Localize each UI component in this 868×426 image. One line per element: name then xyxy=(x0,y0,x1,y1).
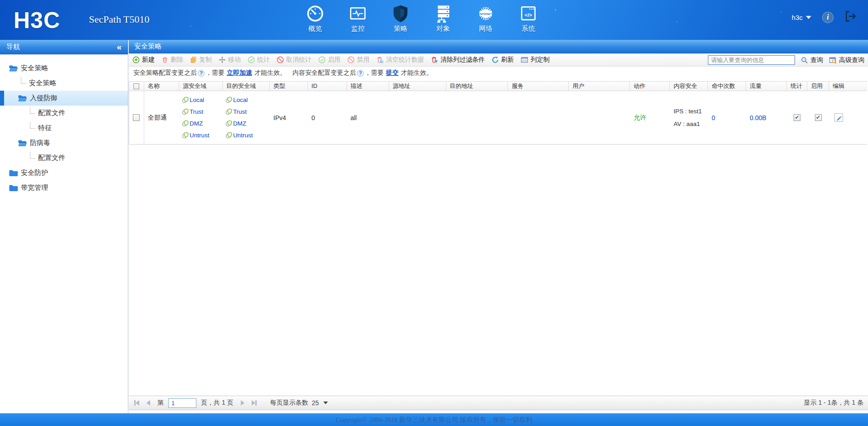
query-button[interactable]: 查询 xyxy=(801,56,823,64)
next-page-button[interactable] xyxy=(241,400,244,406)
zone-link[interactable]: Untrust xyxy=(225,132,253,139)
stats-checkbox[interactable]: ✔ xyxy=(794,114,800,121)
nav-item-objects[interactable]: 对象 xyxy=(428,4,458,33)
policy-id: 0 xyxy=(308,91,347,144)
policy-src-addr xyxy=(389,91,446,144)
nav-label: 概览 xyxy=(308,24,322,33)
app-window: H3C SecPath T5010 概览 xyxy=(0,0,868,426)
zone-link[interactable]: Local xyxy=(182,97,204,103)
chevron-down-icon[interactable] xyxy=(323,402,328,404)
info-icon[interactable]: i xyxy=(822,12,834,23)
zone-link[interactable]: DMZ xyxy=(225,120,246,127)
per-page-control[interactable]: 每页显示条数 25 xyxy=(270,399,328,407)
tree-item-bandwidth-management[interactable]: 带宽管理 xyxy=(0,180,128,195)
policy-dst-addr xyxy=(446,91,508,144)
hits-link[interactable]: 0 xyxy=(712,114,715,121)
zone-link[interactable]: Local xyxy=(225,97,248,103)
svg-text:INTERNET: INTERNET xyxy=(479,13,492,15)
content-av: AV : aaa1 xyxy=(673,121,700,127)
nav-item-system[interactable]: </> 系统 xyxy=(513,4,543,33)
advanced-query-button[interactable]: 高级查询 xyxy=(829,56,864,64)
commit-link[interactable]: 提交 xyxy=(386,69,399,77)
page-prefix: 第 xyxy=(157,399,164,407)
accelerate-link[interactable]: 立即加速 xyxy=(227,69,252,77)
edit-button[interactable] xyxy=(834,113,843,122)
tree-item-security-policy-root[interactable]: 安全策略 xyxy=(0,61,128,76)
help-icon[interactable]: ? xyxy=(198,70,205,77)
policy-description: all xyxy=(347,91,389,144)
delete-button[interactable]: 删除 xyxy=(161,56,183,64)
folder-open-icon xyxy=(18,140,27,146)
col-enable[interactable]: 启用 xyxy=(807,82,829,91)
col-service[interactable]: 服务 xyxy=(508,82,569,91)
col-traffic[interactable]: 流量 xyxy=(746,82,787,91)
copy-button[interactable]: 复制 xyxy=(190,56,212,64)
col-edit[interactable]: 编辑 xyxy=(829,82,867,91)
enable-checkbox[interactable]: ✔ xyxy=(815,114,822,121)
statistics-button[interactable]: 统计 xyxy=(248,56,270,64)
clear-column-filter-button[interactable]: 清除列过滤条件 xyxy=(431,56,485,64)
zone-link[interactable]: Untrust xyxy=(182,132,210,139)
new-button[interactable]: 新建 xyxy=(132,56,155,64)
last-page-button[interactable] xyxy=(252,400,257,406)
hint-text: ，需要 xyxy=(205,69,224,77)
select-all-checkbox[interactable] xyxy=(133,83,139,89)
help-icon[interactable]: ? xyxy=(357,70,364,77)
logout-icon[interactable] xyxy=(844,10,857,24)
enable-button[interactable]: 启用 xyxy=(318,56,341,64)
page-number-input[interactable] xyxy=(168,398,196,408)
zone-link[interactable]: DMZ xyxy=(182,120,203,127)
col-stats[interactable]: 统计 xyxy=(787,82,807,91)
trash-filter-icon xyxy=(431,56,438,63)
col-dst-zone[interactable]: 目的安全域 xyxy=(223,82,270,91)
tree-item-ips-profile[interactable]: 配置文件 xyxy=(0,106,128,121)
zone-link[interactable]: Trust xyxy=(182,108,203,115)
ban-icon xyxy=(277,56,284,63)
col-description[interactable]: 描述 xyxy=(347,82,389,91)
col-src-addr[interactable]: 源地址 xyxy=(389,82,446,91)
check-circle-icon xyxy=(248,56,255,63)
disable-button[interactable]: 禁用 xyxy=(347,56,370,64)
col-src-zone[interactable]: 源安全域 xyxy=(179,82,223,91)
row-select-checkbox[interactable] xyxy=(133,114,140,121)
col-name[interactable]: 名称 xyxy=(144,82,179,91)
prev-page-button[interactable] xyxy=(146,400,150,406)
table-icon xyxy=(521,56,528,63)
user-area: h3c i xyxy=(792,10,857,24)
tree-item-signature[interactable]: 特征 xyxy=(0,121,128,136)
move-icon xyxy=(219,56,226,63)
col-user[interactable]: 用户 xyxy=(569,82,630,91)
traffic-link[interactable]: 0.00B xyxy=(750,114,766,121)
move-button[interactable]: 移动 xyxy=(219,56,241,64)
nav-item-monitor[interactable]: 监控 xyxy=(343,4,373,33)
clear-statistics-button[interactable]: 清空统计数据 xyxy=(376,56,424,64)
col-dst-addr[interactable]: 目的地址 xyxy=(446,82,508,91)
col-id[interactable]: ID xyxy=(308,82,347,91)
hint-text: 安全策略配置变更之后 xyxy=(133,69,197,77)
tree-item-intrusion-prevention[interactable]: 入侵防御 xyxy=(0,91,128,106)
col-content-security[interactable]: 内容安全 xyxy=(670,82,708,91)
sidebar-collapse-button[interactable]: « xyxy=(117,43,122,51)
column-customize-button[interactable]: 列定制 xyxy=(521,56,550,64)
first-page-button[interactable] xyxy=(134,400,139,406)
nav-item-network[interactable]: INTERNET 网络 xyxy=(471,4,501,33)
copyright-text: Copyright© 2004-2018 新华三技术有限公司 版权所有，保留一切… xyxy=(336,416,532,424)
nav-item-overview[interactable]: 概览 xyxy=(300,4,330,33)
cancel-statistics-button[interactable]: 取消统计 xyxy=(277,56,312,64)
col-hits[interactable]: 命中次数 xyxy=(708,82,746,91)
tree-item-security-policy[interactable]: 安全策略 xyxy=(0,76,128,91)
col-action[interactable]: 动作 xyxy=(630,82,670,91)
tree-item-antivirus[interactable]: 防病毒 xyxy=(0,136,128,150)
tree-connector xyxy=(30,122,35,129)
tree-item-av-profile[interactable]: 配置文件 xyxy=(0,150,128,165)
check-circle-icon xyxy=(318,56,326,63)
folder-closed-icon xyxy=(9,169,18,176)
user-menu[interactable]: h3c xyxy=(792,14,811,21)
tree-item-security-protection[interactable]: 安全防护 xyxy=(0,165,128,180)
search-input[interactable] xyxy=(708,55,795,65)
zone-link[interactable]: Trust xyxy=(225,108,247,115)
policy-service xyxy=(508,91,569,144)
nav-item-policy[interactable]: 策略 xyxy=(385,4,415,33)
col-type[interactable]: 类型 xyxy=(270,82,308,91)
refresh-button[interactable]: 刷新 xyxy=(492,56,514,64)
